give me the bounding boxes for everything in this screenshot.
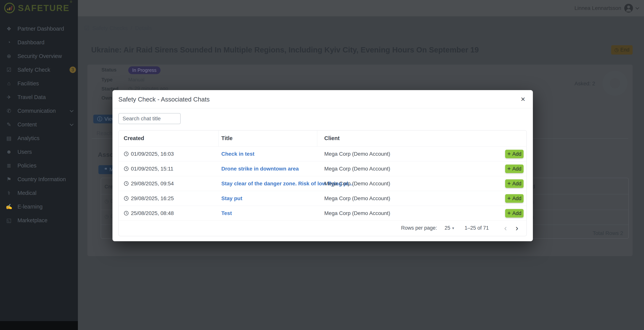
close-icon[interactable]: ✕: [519, 95, 527, 103]
add-button[interactable]: + Add: [505, 150, 524, 158]
modal-title: Safety Check - Associated Chats: [118, 96, 210, 103]
status-badge: In Progress: [128, 66, 160, 74]
sidebar-item-label: Users: [18, 149, 32, 155]
chat-bubbles-icon: ✆: [6, 108, 12, 114]
sidebar-item[interactable]: ▤ Analytics: [0, 131, 78, 145]
modal-header-divider: [112, 108, 533, 108]
add-button[interactable]: + Add: [505, 164, 524, 173]
client-cell: Mega Corp (Demo Account): [324, 210, 390, 216]
client-cell: Mega Corp (Demo Account): [324, 166, 390, 172]
sidebar-item[interactable]: ⌂ Facilities: [0, 77, 78, 90]
medical-icon: ⚕: [6, 190, 12, 196]
sidebar-item[interactable]: ⚑ Country Information: [0, 172, 78, 186]
table-row: 25/08/2025, 08:48 Test Mega Corp (Demo A…: [119, 206, 526, 221]
table-body: 01/09/2025, 16:03 Check in test Mega Cor…: [119, 147, 526, 221]
sidebar-item-label: Dashboard: [18, 39, 44, 46]
plus-icon: +: [507, 210, 511, 216]
chat-title-link[interactable]: Check in test: [221, 151, 254, 157]
graduation-icon: ✍: [6, 204, 12, 210]
sidebar-item[interactable]: ≣ Policies: [0, 159, 78, 172]
type-value: Manual: [128, 77, 144, 83]
chat-title-link[interactable]: Test: [221, 210, 232, 216]
created-cell: 29/08/2025, 09:54: [124, 181, 174, 187]
sidebar-item-label: Medical: [18, 190, 36, 196]
sidebar-item[interactable]: ✍ E-learning: [0, 200, 78, 213]
status-label: Status: [102, 67, 116, 73]
chats-table: Created Title Client 01/09/2025, 16:03 C…: [118, 130, 527, 236]
sidebar-item-label: Facilities: [18, 80, 39, 87]
sidebar-item-label: Security Overview: [18, 53, 62, 59]
associated-chats-modal: Safety Check - Associated Chats ✕ Create…: [112, 90, 533, 241]
sidebar-item[interactable]: ⊕ Security Overview: [0, 49, 78, 63]
pencil-icon: ✎: [6, 122, 12, 128]
sidebar-item[interactable]: ✎ Content: [0, 118, 78, 131]
globe-icon: ⊕: [6, 53, 12, 59]
user-menu[interactable]: Linnea Lennartsson: [574, 0, 639, 16]
stopwatch-icon: ◷: [614, 47, 619, 53]
sidebar-item[interactable]: ◱ Marketplace: [0, 213, 78, 227]
created-cell: 01/09/2025, 16:03: [124, 151, 174, 157]
page-title: Ukraine: Air Raid Sirens Sounded In Mult…: [91, 46, 479, 54]
sidebar-item-label: Partner Dashboard: [18, 26, 64, 32]
sidebar-item[interactable]: ✆ Communication: [0, 104, 78, 118]
safeture-logo-icon: [4, 3, 15, 13]
created-cell: 01/09/2025, 15:11: [124, 166, 174, 172]
sidebar-item-label: E-learning: [18, 204, 42, 210]
sidebar-bottom-strip: [0, 321, 78, 330]
chat-title-link[interactable]: Drone strike in downtown area: [221, 166, 299, 172]
list-icon: ≣: [6, 163, 12, 169]
sidebar-item-label: Policies: [18, 163, 36, 169]
plus-icon: +: [507, 165, 511, 171]
total-rows: Total Rows 2: [593, 230, 623, 236]
sidebar-item[interactable]: ❖ Partner Dashboard: [0, 22, 78, 36]
checkbox-icon: ☑: [6, 67, 12, 73]
add-button[interactable]: + Add: [505, 209, 524, 217]
breadcrumb: ☑ Safety Checks / Details: [84, 25, 152, 32]
chevron-down-icon: [70, 122, 74, 126]
next-page-button[interactable]: ›: [511, 224, 522, 232]
table-row: 29/08/2025, 16:25 Stay put Mega Corp (De…: [119, 191, 526, 206]
rows-per-page-select[interactable]: 25 ▾: [444, 225, 454, 231]
plus-icon: +: [507, 151, 511, 157]
add-button[interactable]: + Add: [505, 194, 524, 203]
chat-title-link[interactable]: Stay put: [221, 195, 242, 201]
sidebar-item-label: Marketplace: [18, 217, 48, 224]
sidebar-item-label: Content: [18, 122, 37, 128]
client-cell: Mega Corp (Demo Account): [324, 195, 390, 201]
app-root: Linnea Lennartsson SAFETURE® ❖ Partner D…: [0, 0, 644, 330]
breadcrumb-safety-checks[interactable]: Safety Checks: [92, 25, 128, 31]
clock-icon: [124, 166, 129, 171]
sidebar-item[interactable]: ✈ Travel Data: [0, 90, 78, 104]
registered-mark: ®: [70, 0, 73, 4]
add-button[interactable]: + Add: [505, 179, 524, 188]
sidebar-item-label: Safety Check: [18, 67, 50, 73]
sidebar-item[interactable]: ☑ Safety Check 3: [0, 63, 78, 77]
handshake-icon: ❖: [6, 26, 12, 32]
table-row: 01/09/2025, 16:03 Check in test Mega Cor…: [119, 147, 526, 161]
sidebar-item[interactable]: ⚕ Medical: [0, 186, 78, 200]
notification-badge: 3: [70, 67, 76, 73]
sidebar-item-label: Country Information: [18, 176, 66, 182]
plus-icon: +: [507, 195, 511, 201]
created-cell: 25/08/2025, 08:48: [124, 210, 174, 216]
brand-name: SAFETURE®: [18, 3, 72, 13]
table-row: 01/09/2025, 15:11 Drone strike in downto…: [119, 161, 526, 176]
sidebar-item[interactable]: ☻ Users: [0, 145, 78, 159]
end-button[interactable]: ◷ End: [611, 45, 632, 55]
chevron-down-icon: [636, 6, 639, 10]
search-chat-title-input[interactable]: [118, 113, 181, 124]
user-name: Linnea Lennartsson: [574, 5, 621, 11]
breadcrumb-separator: /: [131, 25, 132, 31]
previous-page-button[interactable]: ‹: [500, 224, 511, 232]
sidebar-item[interactable]: ◔ Dashboard: [0, 36, 78, 49]
clock-icon: [124, 211, 129, 216]
clock-icon: [124, 196, 129, 201]
top-bar: Linnea Lennartsson: [78, 0, 644, 16]
safeture-logo: SAFETURE®: [4, 3, 72, 13]
title-column-header: Title: [221, 135, 232, 141]
person-icon: ☻: [6, 149, 12, 155]
client-cell: Mega Corp (Demo Account): [324, 151, 390, 157]
pagination-range: 1–25 of 71: [464, 225, 489, 231]
breadcrumb-details: Details: [135, 25, 152, 31]
clock-icon: [124, 151, 129, 156]
